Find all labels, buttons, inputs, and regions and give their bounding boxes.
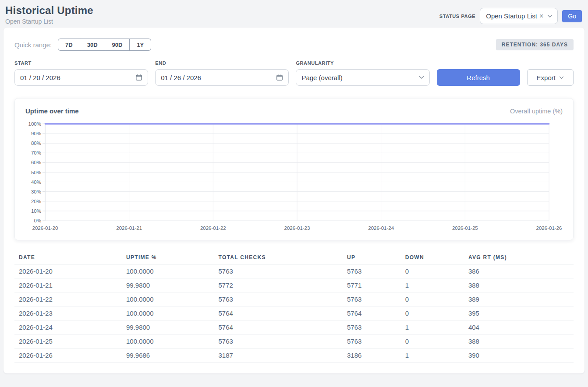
column-header-total-checks: TOTAL CHECKS [214, 251, 343, 264]
table-cell: 388 [464, 334, 574, 348]
column-header-down: DOWN [401, 251, 464, 264]
table-cell: 5763 [214, 334, 343, 348]
end-date-label: END [155, 60, 289, 66]
chevron-down-icon [547, 14, 553, 18]
svg-text:2026-01-23: 2026-01-23 [284, 225, 310, 231]
top-bar: Historical Uptime Open Startup List STAT… [0, 0, 588, 28]
table-row: 2026-01-2199.9800577257711388 [14, 278, 574, 292]
svg-text:80%: 80% [31, 141, 41, 146]
granularity-label: GRANULARITY [296, 60, 429, 66]
start-date-label: START [14, 60, 148, 66]
table-cell: 395 [464, 306, 574, 320]
calendar-icon[interactable] [135, 74, 142, 81]
table-cell: 2026-01-21 [14, 278, 122, 292]
granularity-value: Page (overall) [301, 74, 342, 81]
quick-range-30d[interactable]: 30D [80, 39, 105, 51]
table-cell: 0 [401, 292, 464, 306]
table-cell: 2026-01-23 [14, 306, 122, 320]
status-page-controls: STATUS PAGE Open Startup List × Go [439, 8, 582, 24]
table-cell: 5763 [343, 264, 401, 278]
table-cell: 99.9800 [122, 320, 214, 334]
granularity-select[interactable]: Page (overall) [296, 69, 429, 86]
table-cell: 1 [401, 320, 464, 334]
svg-text:90%: 90% [31, 131, 41, 136]
clear-selection-icon[interactable]: × [539, 13, 543, 20]
quick-range-90d[interactable]: 90D [105, 39, 130, 51]
quick-range-group: 7D 30D 90D 1Y [58, 39, 151, 51]
table-row: 2026-01-2499.9800576457631404 [14, 320, 574, 334]
page-title: Historical Uptime [5, 4, 93, 17]
table-cell: 100.0000 [122, 264, 214, 278]
table-cell: 5763 [214, 292, 343, 306]
chevron-down-icon [419, 76, 424, 79]
table-cell: 2026-01-22 [14, 292, 122, 306]
table-cell: 100.0000 [122, 306, 214, 320]
table-cell: 5763 [343, 320, 401, 334]
svg-text:10%: 10% [31, 208, 41, 214]
table-cell: 1 [401, 348, 464, 362]
table-cell: 389 [464, 292, 574, 306]
start-date-input[interactable]: 01 / 20 / 2026 [14, 69, 148, 86]
table-row: 2026-01-25100.0000576357630388 [14, 334, 574, 348]
svg-text:0%: 0% [34, 218, 41, 223]
export-button-label: Export [537, 74, 556, 81]
table-cell: 0 [401, 264, 464, 278]
table-row: 2026-01-22100.0000576357630389 [14, 292, 574, 306]
chart-title: Uptime over time [25, 107, 79, 115]
start-date-value: 01 / 20 / 2026 [20, 74, 60, 81]
export-button[interactable]: Export [527, 69, 574, 86]
column-header-avg-rt: AVG RT (MS) [464, 251, 574, 264]
svg-text:2026-01-21: 2026-01-21 [116, 225, 142, 231]
main-panel: Quick range: 7D 30D 90D 1Y RETENTION: 36… [4, 28, 584, 373]
table-cell: 5763 [214, 264, 343, 278]
chevron-down-icon [559, 76, 564, 79]
column-header-up: UP [343, 251, 401, 264]
table-cell: 404 [464, 320, 574, 334]
svg-text:2026-01-25: 2026-01-25 [452, 225, 478, 231]
retention-badge: RETENTION: 365 DAYS [496, 39, 574, 50]
status-page-label: STATUS PAGE [439, 14, 475, 19]
quick-range-row: Quick range: 7D 30D 90D 1Y RETENTION: 36… [14, 39, 574, 51]
table-cell: 100.0000 [122, 334, 214, 348]
svg-text:2026-01-20: 2026-01-20 [32, 225, 58, 231]
svg-text:60%: 60% [31, 160, 41, 165]
page-heading: Historical Uptime Open Startup List [5, 4, 93, 25]
svg-text:40%: 40% [31, 179, 41, 185]
svg-text:2026-01-24: 2026-01-24 [368, 225, 394, 231]
table-cell: 5772 [214, 278, 343, 292]
svg-text:30%: 30% [31, 189, 41, 194]
table-cell: 5763 [343, 292, 401, 306]
refresh-button[interactable]: Refresh [437, 69, 520, 86]
chart-legend: Overall uptime (%) [510, 108, 563, 115]
go-button[interactable]: Go [562, 10, 582, 22]
status-page-select[interactable]: Open Startup List × [480, 8, 558, 24]
svg-text:70%: 70% [31, 150, 41, 155]
table-cell: 2026-01-20 [14, 264, 122, 278]
svg-text:2026-01-22: 2026-01-22 [200, 225, 226, 231]
quick-range-1y[interactable]: 1Y [130, 39, 151, 51]
page-subtitle: Open Startup List [5, 18, 93, 25]
svg-text:50%: 50% [31, 170, 41, 175]
column-header-date: DATE [14, 251, 122, 264]
table-cell: 2026-01-24 [14, 320, 122, 334]
table-cell: 5764 [214, 306, 343, 320]
svg-text:20%: 20% [31, 199, 41, 204]
table-cell: 386 [464, 264, 574, 278]
table-cell: 388 [464, 278, 574, 292]
quick-range-7d[interactable]: 7D [58, 39, 80, 51]
table-cell: 390 [464, 348, 574, 362]
table-row: 2026-01-20100.0000576357630386 [14, 264, 574, 278]
table-header-row: DATE UPTIME % TOTAL CHECKS UP DOWN AVG R… [14, 251, 574, 264]
table-cell: 100.0000 [122, 292, 214, 306]
table-row: 2026-01-23100.0000576457640395 [14, 306, 574, 320]
table-row: 2026-01-2699.9686318731861390 [14, 348, 574, 362]
svg-text:2026-01-26: 2026-01-26 [536, 225, 562, 231]
status-page-selected-value: Open Startup List [486, 12, 537, 20]
uptime-chart-card: Uptime over time Overall uptime (%) 0%10… [14, 98, 574, 240]
table-cell: 3186 [343, 348, 401, 362]
calendar-icon[interactable] [276, 74, 283, 81]
table-cell: 5764 [343, 306, 401, 320]
table-cell: 5764 [214, 320, 343, 334]
end-date-input[interactable]: 01 / 26 / 2026 [155, 69, 289, 86]
table-cell: 5771 [343, 278, 401, 292]
